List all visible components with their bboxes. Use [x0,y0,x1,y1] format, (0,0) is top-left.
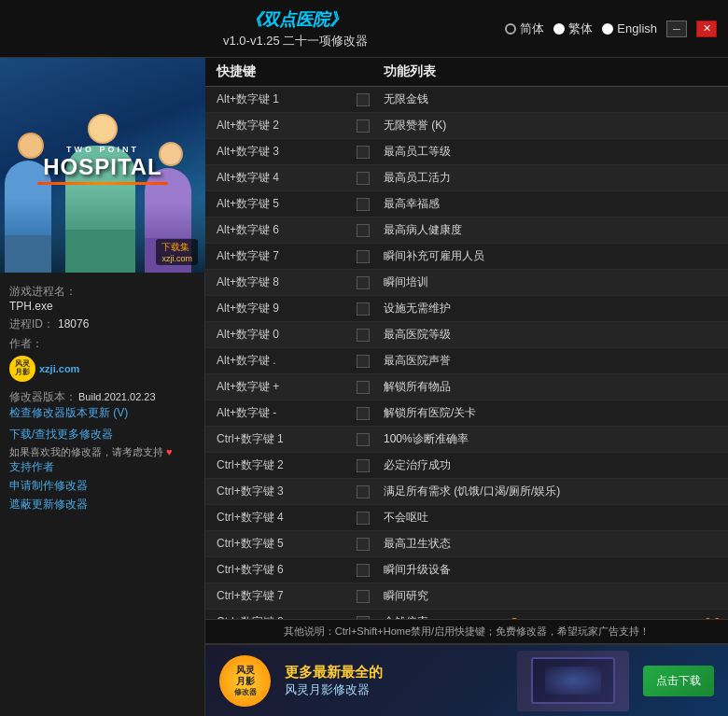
row-func: 设施无需维护 [376,301,728,316]
lang-simple[interactable]: 简体 [505,21,544,37]
row-key: Ctrl+数字键 2 [205,457,350,473]
row-toggle[interactable] [350,459,376,472]
check-update-link[interactable]: 检查修改器版本更新 (V) [9,406,128,419]
row-toggle[interactable] [350,433,376,446]
row-toggle[interactable] [350,381,376,394]
row-toggle[interactable] [350,250,376,263]
row-toggle[interactable] [350,93,376,106]
table-row: Ctrl+数字键 3 满足所有需求 (饥饿/口渴/厕所/娱乐) [205,479,728,505]
ad-banner: 风灵月影 修改器 更多最新最全的 风灵月影修改器 点击下载 [205,643,728,716]
computer-screen [531,657,615,704]
row-toggle[interactable] [350,564,376,577]
row-key: Alt+数字键 3 [205,144,350,160]
row-toggle[interactable] [350,276,376,289]
author-logo-icon: 风灵月影 [9,356,35,382]
row-toggle[interactable] [350,172,376,185]
row-key: Alt+数字键 . [205,353,350,369]
radio-english [602,23,613,35]
row-toggle[interactable] [350,538,376,551]
language-controls: 简体 繁体 English ─ ✕ [505,21,717,37]
toggle-checkbox[interactable] [357,407,370,420]
toggle-checkbox[interactable] [357,381,370,394]
left-info-panel: 游戏进程名： TPH.exe 进程ID：18076 作者： 风灵月影 xzji.… [0,273,204,716]
lang-english[interactable]: English [602,21,657,35]
row-toggle[interactable] [350,355,376,368]
row-toggle[interactable] [350,512,376,525]
toggle-checkbox[interactable] [357,329,370,342]
row-toggle[interactable] [350,146,376,159]
ad-text: 更多最新最全的 风灵月影修改器 [285,664,503,698]
toggle-checkbox[interactable] [357,93,370,106]
toggle-checkbox[interactable] [357,355,370,368]
lang-traditional[interactable]: 繁体 [553,21,593,37]
close-button[interactable]: ✕ [696,21,717,37]
title-text-block: 《双点医院》 v1.0-v1.25 二十一项修改器 [86,8,505,49]
toggle-checkbox[interactable] [357,590,370,603]
more-mods-link[interactable]: 下载/查找更多修改器 [9,428,113,441]
toggle-checkbox[interactable] [357,146,370,159]
ad-logo: 风灵月影 修改器 [219,655,271,707]
row-key: Ctrl+数字键 4 [205,510,350,526]
row-func: 最高员工活力 [376,170,728,186]
toggle-checkbox[interactable] [357,198,370,211]
row-key: Alt+数字键 9 [205,301,350,316]
toggle-checkbox[interactable] [357,538,370,551]
ad-download-button[interactable]: 点击下载 [643,666,714,696]
support-author-link[interactable]: 支持作者 [9,460,54,473]
table-row: Alt+数字键 3 最高员工等级 [205,139,728,165]
author-label: 作者： [9,336,195,352]
toggle-checkbox[interactable] [357,459,370,472]
row-toggle[interactable] [350,485,376,498]
row-func: 100%诊断准确率 [376,431,728,447]
row-key: Alt+数字键 8 [205,274,350,290]
author-logo: 风灵月影 xzji.com [9,356,79,382]
block-update-link[interactable]: 遮蔽更新修改器 [9,498,88,511]
screen-glow [545,667,601,695]
minimize-button[interactable]: ─ [666,21,687,37]
row-func: 无限金钱 [376,91,728,107]
game-subtitle: v1.0-v1.25 二十一项修改器 [86,33,505,49]
toggle-checkbox[interactable] [357,172,370,185]
row-key: Alt+数字键 - [205,405,350,421]
row-toggle[interactable] [350,119,376,133]
row-func: 无限赞誉 (K) [376,118,728,133]
row-toggle[interactable] [350,224,376,237]
row-toggle[interactable] [350,302,376,316]
row-key: Alt+数字键 1 [205,91,350,107]
toggle-checkbox[interactable] [357,433,370,446]
row-key: Alt+数字键 7 [205,248,350,264]
table-row: Alt+数字键 7 瞬间补充可雇用人员 [205,244,728,270]
toggle-checkbox[interactable] [357,302,370,316]
toggle-checkbox[interactable] [357,512,370,525]
toggle-checkbox[interactable] [357,119,370,133]
toggle-checkbox[interactable] [357,250,370,263]
toggle-checkbox[interactable] [357,276,370,289]
hospital-logo: TWO POINT HOSPITAL [37,145,168,187]
slider-thumb[interactable] [510,618,519,620]
row-key: Ctrl+数字键 5 [205,536,350,552]
toggle-checkbox[interactable] [357,485,370,498]
left-panel: TWO POINT HOSPITAL 下载集 [0,58,205,716]
table-row: Ctrl+数字键 5 最高卫生状态 [205,531,728,557]
row-func: 最高卫生状态 [376,536,728,552]
row-key: Alt+数字键 2 [205,118,350,133]
toggle-checkbox[interactable] [357,564,370,577]
row-toggle[interactable] [350,198,376,211]
row-toggle[interactable] [350,407,376,420]
game-image: TWO POINT HOSPITAL 下载集 [0,58,205,273]
request-mod-link[interactable]: 申请制作修改器 [9,479,88,492]
heart-icon: ♥ [166,446,173,457]
row-key: Ctrl+数字键 3 [205,484,350,499]
row-key: Alt+数字键 5 [205,196,350,212]
row-func: 最高医院声誉 [376,353,728,369]
row-key: Alt+数字键 6 [205,222,350,238]
table-row: Alt+数字键 4 最高员工活力 [205,165,728,191]
toggle-checkbox[interactable] [357,224,370,237]
ad-subtitle: 风灵月影修改器 [285,681,503,698]
row-func: 瞬间培训 [376,274,728,290]
col-header-func: 功能列表 [376,63,728,80]
row-toggle[interactable] [350,590,376,603]
row-func: 不会呕吐 [376,510,728,526]
row-toggle[interactable] [350,329,376,342]
version-label: 修改器版本：Build.2021.02.23 [9,389,195,405]
